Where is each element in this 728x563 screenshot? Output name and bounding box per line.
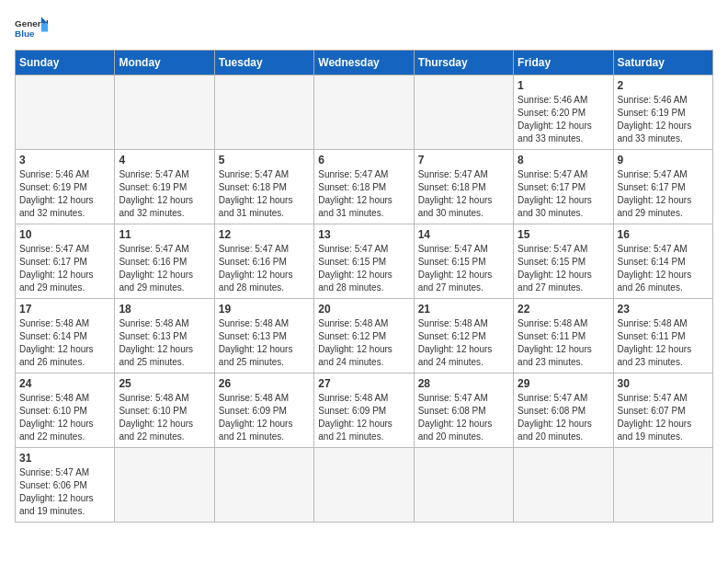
calendar-cell: 27Sunrise: 5:48 AM Sunset: 6:09 PM Dayli… [314,373,414,448]
weekday-header-wednesday: Wednesday [314,51,414,75]
day-number: 4 [119,154,210,167]
calendar-cell: 16Sunrise: 5:47 AM Sunset: 6:14 PM Dayli… [613,224,712,299]
calendar-week-row: 10Sunrise: 5:47 AM Sunset: 6:17 PM Dayli… [16,224,713,299]
logo: General Blue [15,15,48,40]
calendar-cell: 29Sunrise: 5:47 AM Sunset: 6:08 PM Dayli… [514,373,613,448]
calendar-cell [115,75,214,150]
day-info: Sunrise: 5:46 AM Sunset: 6:19 PM Dayligh… [19,168,110,220]
weekday-header-friday: Friday [514,51,613,75]
day-number: 16 [618,228,709,241]
day-info: Sunrise: 5:48 AM Sunset: 6:11 PM Dayligh… [518,317,609,369]
day-number: 7 [418,154,509,167]
day-number: 25 [119,377,210,390]
calendar-cell: 19Sunrise: 5:48 AM Sunset: 6:13 PM Dayli… [214,299,313,373]
day-info: Sunrise: 5:47 AM Sunset: 6:17 PM Dayligh… [19,243,110,294]
calendar-cell [214,448,313,523]
day-number: 13 [318,228,409,241]
calendar-cell: 6Sunrise: 5:47 AM Sunset: 6:18 PM Daylig… [314,150,414,224]
calendar-week-row: 17Sunrise: 5:48 AM Sunset: 6:14 PM Dayli… [16,299,713,373]
day-info: Sunrise: 5:47 AM Sunset: 6:15 PM Dayligh… [518,243,609,294]
day-info: Sunrise: 5:47 AM Sunset: 6:08 PM Dayligh… [418,392,509,443]
calendar-cell: 17Sunrise: 5:48 AM Sunset: 6:14 PM Dayli… [16,299,115,373]
day-number: 5 [219,154,310,167]
svg-marker-3 [41,24,48,32]
calendar-week-row: 31Sunrise: 5:47 AM Sunset: 6:06 PM Dayli… [16,448,713,523]
weekday-header-monday: Monday [115,51,214,75]
calendar-cell: 7Sunrise: 5:47 AM Sunset: 6:18 PM Daylig… [414,150,513,224]
calendar-cell: 30Sunrise: 5:47 AM Sunset: 6:07 PM Dayli… [613,373,712,448]
day-info: Sunrise: 5:47 AM Sunset: 6:19 PM Dayligh… [119,168,210,220]
day-info: Sunrise: 5:47 AM Sunset: 6:07 PM Dayligh… [618,392,709,443]
day-number: 31 [19,452,110,465]
calendar-cell: 18Sunrise: 5:48 AM Sunset: 6:13 PM Dayli… [115,299,214,373]
calendar-header-row: SundayMondayTuesdayWednesdayThursdayFrid… [16,51,713,75]
calendar-cell [16,75,115,150]
day-number: 21 [418,303,509,316]
day-number: 2 [618,79,709,92]
day-number: 9 [618,154,709,167]
day-number: 18 [119,303,210,316]
calendar-cell: 21Sunrise: 5:48 AM Sunset: 6:12 PM Dayli… [414,299,513,373]
calendar-cell [314,448,414,523]
day-info: Sunrise: 5:47 AM Sunset: 6:14 PM Dayligh… [618,243,709,294]
day-number: 29 [518,377,609,390]
calendar-cell: 22Sunrise: 5:48 AM Sunset: 6:11 PM Dayli… [514,299,613,373]
calendar-cell: 28Sunrise: 5:47 AM Sunset: 6:08 PM Dayli… [414,373,513,448]
calendar-cell [414,75,513,150]
day-info: Sunrise: 5:47 AM Sunset: 6:17 PM Dayligh… [618,168,709,220]
calendar-week-row: 24Sunrise: 5:48 AM Sunset: 6:10 PM Dayli… [16,373,713,448]
calendar-cell [514,448,613,523]
day-info: Sunrise: 5:47 AM Sunset: 6:08 PM Dayligh… [518,392,609,443]
calendar-cell [613,448,712,523]
day-info: Sunrise: 5:47 AM Sunset: 6:18 PM Dayligh… [219,168,310,220]
day-info: Sunrise: 5:47 AM Sunset: 6:18 PM Dayligh… [418,168,509,220]
calendar-cell [214,75,313,150]
day-number: 6 [318,154,409,167]
calendar-table: SundayMondayTuesdayWednesdayThursdayFrid… [15,50,713,523]
day-info: Sunrise: 5:48 AM Sunset: 6:10 PM Dayligh… [19,392,110,443]
day-number: 19 [219,303,310,316]
calendar-cell [414,448,513,523]
day-info: Sunrise: 5:47 AM Sunset: 6:15 PM Dayligh… [318,243,409,294]
calendar-cell: 23Sunrise: 5:48 AM Sunset: 6:11 PM Dayli… [613,299,712,373]
day-number: 30 [618,377,709,390]
calendar-cell: 31Sunrise: 5:47 AM Sunset: 6:06 PM Dayli… [16,448,115,523]
calendar-cell: 15Sunrise: 5:47 AM Sunset: 6:15 PM Dayli… [514,224,613,299]
day-number: 1 [518,79,609,92]
calendar-cell: 20Sunrise: 5:48 AM Sunset: 6:12 PM Dayli… [314,299,414,373]
calendar-cell: 1Sunrise: 5:46 AM Sunset: 6:20 PM Daylig… [514,75,613,150]
day-info: Sunrise: 5:48 AM Sunset: 6:12 PM Dayligh… [318,317,409,369]
calendar-cell: 8Sunrise: 5:47 AM Sunset: 6:17 PM Daylig… [514,150,613,224]
calendar-cell: 13Sunrise: 5:47 AM Sunset: 6:15 PM Dayli… [314,224,414,299]
calendar-cell: 11Sunrise: 5:47 AM Sunset: 6:16 PM Dayli… [115,224,214,299]
day-info: Sunrise: 5:48 AM Sunset: 6:11 PM Dayligh… [618,317,709,369]
day-number: 28 [418,377,509,390]
day-info: Sunrise: 5:47 AM Sunset: 6:15 PM Dayligh… [418,243,509,294]
calendar-cell [314,75,414,150]
day-info: Sunrise: 5:46 AM Sunset: 6:20 PM Dayligh… [518,94,609,145]
day-info: Sunrise: 5:48 AM Sunset: 6:12 PM Dayligh… [418,317,509,369]
day-info: Sunrise: 5:46 AM Sunset: 6:19 PM Dayligh… [618,94,709,145]
day-number: 17 [19,303,110,316]
day-info: Sunrise: 5:47 AM Sunset: 6:16 PM Dayligh… [219,243,310,294]
weekday-header-sunday: Sunday [16,51,115,75]
calendar-cell: 3Sunrise: 5:46 AM Sunset: 6:19 PM Daylig… [16,150,115,224]
day-number: 15 [518,228,609,241]
day-info: Sunrise: 5:48 AM Sunset: 6:09 PM Dayligh… [318,392,409,443]
day-info: Sunrise: 5:47 AM Sunset: 6:17 PM Dayligh… [518,168,609,220]
weekday-header-tuesday: Tuesday [214,51,313,75]
calendar-cell: 24Sunrise: 5:48 AM Sunset: 6:10 PM Dayli… [16,373,115,448]
day-number: 23 [618,303,709,316]
day-info: Sunrise: 5:47 AM Sunset: 6:18 PM Dayligh… [318,168,409,220]
weekday-header-thursday: Thursday [414,51,513,75]
day-number: 22 [518,303,609,316]
day-info: Sunrise: 5:47 AM Sunset: 6:06 PM Dayligh… [19,466,110,518]
calendar-cell: 4Sunrise: 5:47 AM Sunset: 6:19 PM Daylig… [115,150,214,224]
day-number: 3 [19,154,110,167]
day-number: 14 [418,228,509,241]
day-number: 11 [119,228,210,241]
day-info: Sunrise: 5:47 AM Sunset: 6:16 PM Dayligh… [119,243,210,294]
calendar-week-row: 1Sunrise: 5:46 AM Sunset: 6:20 PM Daylig… [16,75,713,150]
day-info: Sunrise: 5:48 AM Sunset: 6:13 PM Dayligh… [119,317,210,369]
day-number: 26 [219,377,310,390]
